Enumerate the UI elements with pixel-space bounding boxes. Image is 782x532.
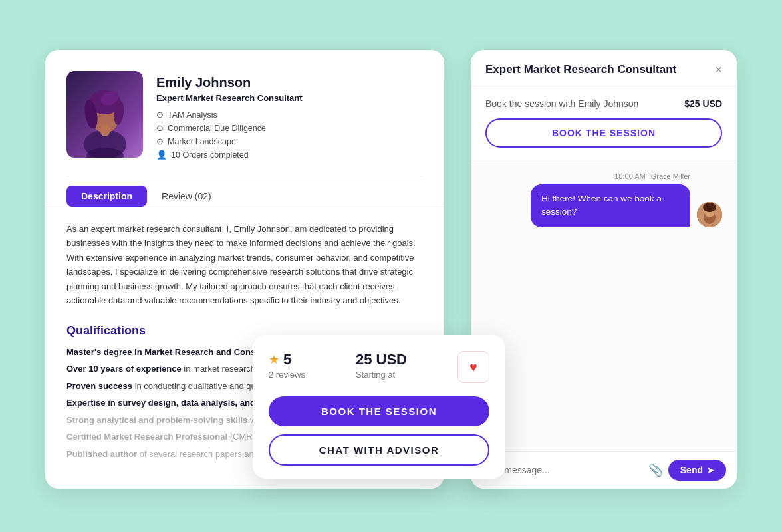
- price-section: 25 USD Starting at: [356, 351, 407, 380]
- booking-label: Book the session with Emily Johnson: [485, 98, 638, 109]
- booking-row: Book the session with Emily Johnson $25 …: [485, 98, 722, 109]
- svg-point-11: [703, 203, 716, 212]
- right-chat-card: Expert Market Research Consultant × Book…: [471, 50, 737, 489]
- tag-due-diligence: ⊙ Commercial Due Diligence: [156, 123, 423, 133]
- profile-title: Expert Market Research Consultant: [156, 93, 423, 103]
- qual-bold-6: Certified Market Research Professional: [66, 432, 227, 442]
- tab-review[interactable]: Review (02): [147, 186, 226, 207]
- send-icon: ➤: [707, 466, 714, 475]
- profile-section: Emily Johnson Expert Market Research Con…: [45, 50, 444, 176]
- message-bubble: Hi there! When can we book a session?: [531, 184, 690, 227]
- qual-bold-5: Strong analytical and problem-solving sk…: [66, 415, 247, 425]
- message-sender: Grace Miller: [651, 172, 690, 180]
- book-session-filled-button[interactable]: BOOK THE SESSION: [269, 396, 489, 426]
- profile-info: Emily Johnson Expert Market Research Con…: [156, 71, 423, 160]
- send-button[interactable]: Send ➤: [668, 460, 726, 481]
- favorite-button[interactable]: ♥: [457, 351, 489, 383]
- qual-bold-2: Over 10 years of experience: [66, 364, 182, 374]
- tag-label-market: Market Landscape: [168, 137, 236, 146]
- message-time: 10:00 AM: [614, 172, 645, 180]
- booking-price: $25 USD: [684, 98, 722, 109]
- tag-icon-market: ⊙: [156, 136, 164, 146]
- tag-icon-due: ⊙: [156, 123, 164, 133]
- chat-header: Expert Market Research Consultant ×: [471, 50, 737, 86]
- send-label: Send: [680, 465, 703, 475]
- floating-top-row: ★ 5 2 reviews 25 USD Starting at ♥: [269, 351, 489, 383]
- rating-row: ★ 5: [269, 351, 305, 368]
- close-button[interactable]: ×: [715, 64, 722, 76]
- tag-icon-tam: ⊙: [156, 110, 164, 120]
- reviews-count: 2 reviews: [269, 370, 305, 380]
- qual-bold-3: Proven success: [66, 381, 132, 391]
- tag-label-due: Commercial Due Diligence: [168, 124, 266, 133]
- tag-label-orders: 10 Orders completed: [171, 150, 249, 160]
- chat-input-row: 📎 Send ➤: [471, 451, 737, 489]
- avatar: [66, 71, 143, 158]
- tag-orders: 👤 10 Orders completed: [156, 150, 423, 160]
- rating-section: ★ 5 2 reviews: [269, 351, 305, 380]
- orders-icon: 👤: [156, 150, 167, 160]
- tabs-row: Description Review (02): [45, 176, 444, 207]
- chat-header-title: Expert Market Research Consultant: [485, 63, 676, 76]
- price-amount: 25 USD: [356, 351, 407, 368]
- message-row: 10:00 AM Grace Miller Hi there! When can…: [485, 172, 722, 227]
- description-text: As an expert market research consultant,…: [45, 207, 444, 319]
- tag-label-tam: TAM Analysis: [168, 110, 217, 120]
- attach-icon[interactable]: 📎: [648, 463, 663, 477]
- profile-tags: ⊙ TAM Analysis ⊙ Commercial Due Diligenc…: [156, 110, 423, 160]
- message-meta: 10:00 AM Grace Miller Hi there! When can…: [531, 172, 690, 227]
- star-icon: ★: [269, 352, 279, 367]
- book-session-outline-button[interactable]: BOOK THE SESSION: [485, 118, 722, 148]
- qual-bold-7: Published author: [66, 449, 137, 459]
- tag-market: ⊙ Market Landscape: [156, 136, 423, 146]
- chat-messages: 10:00 AM Grace Miller Hi there! When can…: [471, 160, 737, 451]
- message-time-name: 10:00 AM Grace Miller: [614, 172, 690, 180]
- chat-advisor-button[interactable]: CHAT WITH ADVISOR: [269, 434, 489, 466]
- tag-tam: ⊙ TAM Analysis: [156, 110, 423, 120]
- floating-card: ★ 5 2 reviews 25 USD Starting at ♥ BOOK …: [253, 335, 505, 479]
- tab-description[interactable]: Description: [66, 186, 147, 207]
- booking-section: Book the session with Emily Johnson $25 …: [471, 86, 737, 160]
- message-input[interactable]: [481, 462, 643, 478]
- price-label: Starting at: [356, 370, 407, 380]
- rating-number: 5: [283, 351, 291, 368]
- profile-name: Emily Johnson: [156, 75, 423, 90]
- user-avatar-chat: [697, 202, 722, 227]
